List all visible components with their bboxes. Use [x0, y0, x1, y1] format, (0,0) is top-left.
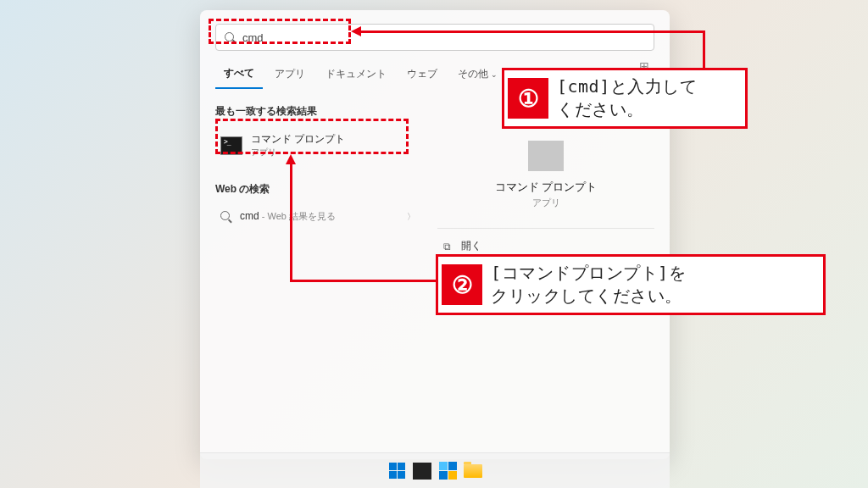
best-match-text: コマンド プロンプト アプリ — [251, 132, 345, 158]
chevron-right-icon: 〉 — [407, 211, 415, 223]
detail-app-icon — [528, 141, 564, 171]
annotation-arrow-1 — [356, 30, 705, 33]
taskbar-app-tiles[interactable] — [437, 461, 458, 481]
action-open-label: 開く — [461, 239, 481, 253]
best-match-command-prompt[interactable]: コマンド プロンプト アプリ — [215, 125, 420, 165]
detail-subtitle: アプリ — [437, 197, 654, 209]
annotation-text-1: [cmd]と入力して ください。 — [552, 70, 709, 126]
open-icon: ⧉ — [441, 241, 453, 252]
search-box[interactable] — [215, 24, 654, 51]
results-left-column: 最も一致する検索結果 コマンド プロンプト アプリ Web の検索 cmd - … — [215, 104, 420, 230]
annotation-number-1: ① — [508, 78, 548, 119]
annotation-callout-1: ① [cmd]と入力して ください。 — [502, 68, 748, 129]
annotation-arrowhead-1 — [351, 26, 361, 36]
web-search-row-cmd[interactable]: cmd - Web 結果を見る 〉 — [215, 203, 420, 230]
annotation-arrow-1-vert — [703, 30, 705, 70]
tab-apps[interactable]: アプリ — [266, 64, 314, 88]
search-icon — [220, 211, 231, 222]
annotation-arrowhead-2 — [286, 154, 296, 164]
taskbar — [200, 452, 670, 488]
file-explorer-button[interactable] — [463, 461, 483, 481]
web-suffix: - Web 結果を見る — [259, 211, 336, 221]
web-search-section: Web の検索 cmd - Web 結果を見る 〉 — [215, 182, 420, 230]
web-query: cmd — [240, 210, 259, 222]
search-icon — [225, 32, 236, 43]
annotation-number-2: ② — [442, 264, 482, 305]
best-match-title: コマンド プロンプト — [251, 132, 345, 147]
tab-documents[interactable]: ドキュメント — [317, 64, 395, 88]
annotation-text-2: [コマンドプロンプト]を クリックしてください。 — [486, 257, 698, 313]
web-search-header: Web の検索 — [215, 182, 420, 197]
start-button[interactable] — [387, 461, 407, 481]
taskbar-app-dark[interactable] — [412, 461, 432, 481]
tab-all[interactable]: すべて — [215, 63, 263, 89]
annotation-arrow-2-h — [290, 280, 438, 282]
best-match-subtitle: アプリ — [251, 147, 345, 158]
command-prompt-icon — [220, 136, 242, 155]
annotation-arrow-2-v — [290, 161, 292, 282]
best-match-header: 最も一致する検索結果 — [215, 104, 420, 119]
detail-title: コマンド プロンプト — [437, 180, 654, 195]
annotation-callout-2: ② [コマンドプロンプト]を クリックしてください。 — [436, 254, 826, 315]
